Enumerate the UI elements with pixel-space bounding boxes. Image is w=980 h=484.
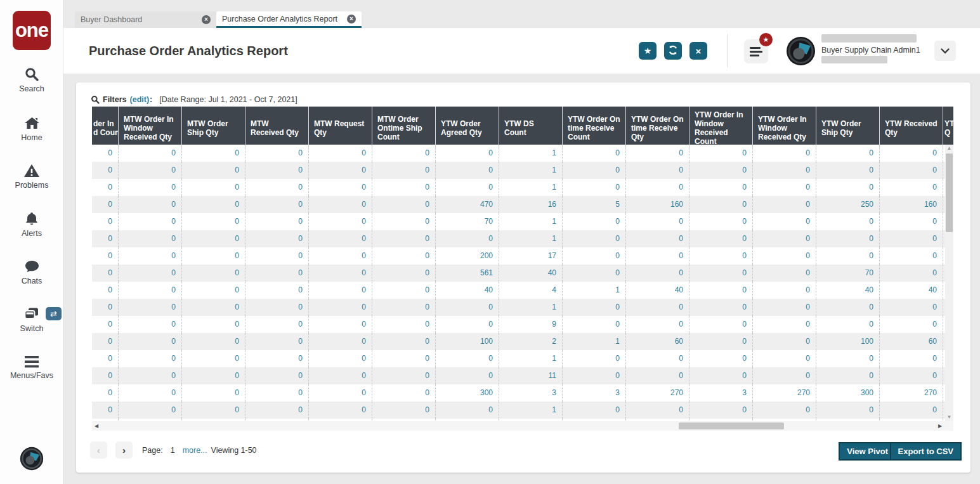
table-cell-value[interactable]: 0 [309, 179, 372, 196]
table-cell-value[interactable]: 0 [92, 316, 119, 333]
column-header[interactable]: YTW DS Count [499, 107, 563, 150]
tab-close-icon[interactable]: × [347, 15, 356, 23]
table-cell-value[interactable]: 0 [119, 350, 182, 367]
table-cell-value[interactable]: 0 [182, 333, 245, 350]
table-cell-value[interactable]: 0 [689, 145, 753, 162]
table-cell-value[interactable]: 0 [92, 350, 119, 367]
table-cell-value[interactable]: 0 [309, 282, 372, 299]
table-cell-value[interactable]: 0 [119, 367, 182, 384]
table-cell-value[interactable]: 0 [880, 299, 943, 316]
table-cell-value[interactable]: 11 [499, 367, 563, 384]
table-cell-value[interactable]: 0 [92, 265, 119, 282]
table-cell-value[interactable]: 0 [245, 333, 309, 350]
table-cell-value[interactable]: 0 [309, 316, 372, 333]
table-cell-value[interactable]: 270 [880, 384, 943, 402]
table-cell-value[interactable]: 1 [563, 282, 626, 299]
table-cell-value[interactable]: 0 [92, 247, 119, 265]
table-cell-value[interactable]: 0 [372, 384, 436, 402]
table-cell-value[interactable]: 270 [753, 384, 816, 402]
table-cell-value[interactable]: 0 [245, 162, 309, 179]
table-cell-value[interactable]: 0 [119, 230, 182, 247]
table-cell-value[interactable]: 0 [182, 299, 245, 316]
table-cell-value[interactable]: 0 [372, 230, 436, 247]
table-cell-value[interactable]: 0 [372, 402, 436, 419]
table-cell-value[interactable]: 0 [436, 179, 499, 196]
table-cell-value[interactable]: 0 [182, 265, 245, 282]
table-cell-value[interactable]: 3 [563, 384, 626, 402]
sidebar-item-alerts[interactable]: Alerts [0, 211, 63, 238]
table-cell-value[interactable]: 0 [563, 213, 626, 230]
table-cell-value[interactable]: 0 [119, 384, 182, 402]
table-cell-value[interactable]: 0 [880, 247, 943, 265]
column-header[interactable]: MTW Received Qty [245, 107, 309, 150]
table-cell-value[interactable]: 0 [689, 162, 753, 179]
table-cell-value[interactable]: 0 [309, 265, 372, 282]
vertical-scroll-thumb[interactable] [946, 154, 953, 232]
table-cell-value[interactable]: 0 [372, 179, 436, 196]
table-cell-value[interactable]: 0 [119, 179, 182, 196]
table-cell-value[interactable]: 40 [880, 282, 943, 299]
table-cell-value[interactable]: 0 [753, 230, 816, 247]
table-cell-value[interactable]: 0 [563, 367, 626, 384]
table-cell-value[interactable]: 0 [245, 196, 309, 213]
export-to-csv-button[interactable]: Export to CSV [890, 442, 962, 461]
favorite-button[interactable]: ★ [639, 42, 657, 60]
table-cell-value[interactable]: 0 [182, 350, 245, 367]
table-cell-value[interactable]: 0 [753, 213, 816, 230]
table-cell-value[interactable]: 0 [92, 162, 119, 179]
table-cell-value[interactable]: 0 [245, 247, 309, 265]
table-cell-value[interactable]: 0 [689, 213, 753, 230]
table-cell-value[interactable]: 1 [499, 213, 563, 230]
table-cell-value[interactable]: 0 [816, 299, 880, 316]
table-cell-value[interactable]: 0 [753, 402, 816, 419]
table-cell-value[interactable]: 0 [436, 367, 499, 384]
table-cell-value[interactable]: 0 [626, 179, 689, 196]
table-cell-value[interactable]: 0 [245, 367, 309, 384]
filters-edit-link[interactable]: (edit) [130, 95, 150, 104]
table-cell-value[interactable]: 0 [92, 196, 119, 213]
table-cell-value[interactable]: 1 [563, 333, 626, 350]
table-cell-value[interactable]: 0 [119, 162, 182, 179]
table-cell-value[interactable]: 0 [816, 230, 880, 247]
table-cell-value[interactable]: 0 [753, 316, 816, 333]
table-cell-value[interactable]: 0 [309, 367, 372, 384]
table-cell-value[interactable]: 2 [499, 333, 563, 350]
table-cell-value[interactable]: 0 [436, 316, 499, 333]
view-pivot-button[interactable]: View Pivot [839, 442, 896, 461]
table-cell-value[interactable]: 0 [92, 333, 119, 350]
table-cell-value[interactable]: 0 [816, 247, 880, 265]
table-cell-value[interactable]: 0 [372, 196, 436, 213]
table-cell-value[interactable]: 0 [563, 179, 626, 196]
table-cell-value[interactable]: 0 [309, 350, 372, 367]
table-cell-value[interactable]: 3 [499, 384, 563, 402]
table-cell-value[interactable]: 0 [816, 179, 880, 196]
table-cell-value[interactable]: 0 [626, 265, 689, 282]
table-cell-value[interactable]: 0 [753, 282, 816, 299]
column-header[interactable]: MTW Order Ontime Ship Count [372, 107, 436, 150]
table-cell-value[interactable]: 0 [880, 402, 943, 419]
close-report-button[interactable]: × [689, 42, 707, 60]
table-cell-value[interactable]: 0 [372, 213, 436, 230]
table-cell-value[interactable]: 0 [182, 282, 245, 299]
sidebar-avatar[interactable] [20, 447, 44, 471]
table-cell-value[interactable]: 0 [245, 402, 309, 419]
table-cell-value[interactable]: 200 [436, 247, 499, 265]
table-cell-value[interactable]: 0 [753, 145, 816, 162]
sidebar-item-home[interactable]: Home [0, 115, 63, 142]
table-cell-value[interactable]: 0 [182, 316, 245, 333]
table-cell-value[interactable]: 60 [880, 333, 943, 350]
table-cell-value[interactable]: 0 [689, 333, 753, 350]
table-cell-value[interactable]: 0 [182, 247, 245, 265]
table-cell-value[interactable]: 0 [626, 162, 689, 179]
table-cell-value[interactable]: 0 [880, 179, 943, 196]
table-cell-value[interactable]: 0 [92, 230, 119, 247]
vertical-scrollbar[interactable]: ▲ ▼ [945, 145, 953, 421]
table-cell-value[interactable]: 1 [499, 162, 563, 179]
table-cell-value[interactable]: 0 [689, 316, 753, 333]
table-cell-value[interactable]: 0 [309, 247, 372, 265]
table-cell-value[interactable]: 0 [626, 145, 689, 162]
table-cell-value[interactable]: 0 [372, 282, 436, 299]
table-cell-value[interactable]: 0 [563, 247, 626, 265]
table-cell-value[interactable]: 0 [182, 196, 245, 213]
tab-close-icon[interactable]: × [202, 15, 211, 24]
